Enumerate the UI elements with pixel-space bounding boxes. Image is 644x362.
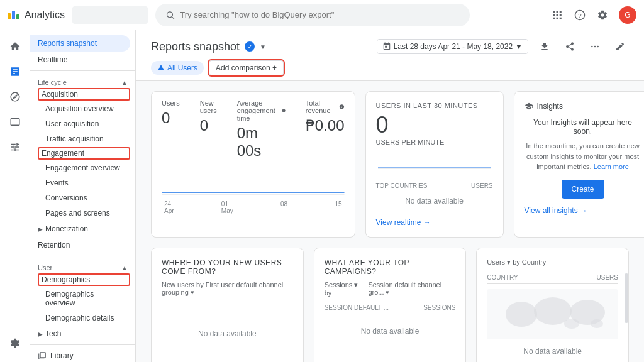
svg-rect-3	[557, 11, 558, 13]
topbar: Analytics ? G	[0, 0, 644, 30]
realtime-value: 0	[376, 112, 493, 138]
user-collapse-icon: ▲	[121, 265, 128, 272]
view-realtime-link[interactable]: View realtime →	[376, 218, 493, 227]
nav-home-icon[interactable]	[4, 35, 26, 58]
nav-advertising-icon[interactable]	[4, 111, 26, 133]
nav-reports-icon[interactable]	[4, 60, 26, 83]
search-input[interactable]	[180, 10, 460, 19]
sidebar-item-tech[interactable]: ▶ Tech	[30, 326, 135, 342]
campaigns-no-data: No data available	[325, 319, 456, 343]
campaigns-sub: Sessions ▾ by Session default channel gr…	[325, 281, 456, 297]
country-sub: Users ▾ by Country	[487, 258, 618, 266]
more-icon[interactable]	[586, 38, 604, 55]
sidebar-item-retention[interactable]: Retention	[30, 237, 130, 253]
insights-icon	[525, 102, 533, 111]
avatar[interactable]: G	[619, 6, 636, 24]
export-icon[interactable]	[536, 38, 553, 55]
campaigns-title: WHAT ARE YOUR TOP CAMPAIGNS?	[325, 258, 456, 276]
info-icon-engagement	[282, 107, 286, 114]
sidebar-item-events[interactable]: Events	[30, 175, 130, 190]
all-users-chip[interactable]: All Users	[151, 61, 204, 75]
sidebar-item-demographics-overview[interactable]: Demographics overview	[30, 287, 130, 310]
sidebar-item-conversions[interactable]: Conversions	[30, 190, 130, 206]
nav-settings-icon[interactable]	[4, 332, 26, 354]
sidebar-item-engagement-overview[interactable]: Engagement overview	[30, 160, 130, 175]
sidebar-item-acquisition-overview[interactable]: Acquisition overview	[30, 101, 130, 116]
sidebar-item-monetization[interactable]: ▶ Monetization	[30, 221, 135, 237]
nav-configure-icon[interactable]	[4, 136, 26, 158]
svg-rect-8	[553, 17, 555, 19]
scrollbar-indicator[interactable]	[625, 273, 628, 324]
insights-learn-more-link[interactable]: Learn more	[594, 163, 629, 170]
search-bar[interactable]	[155, 4, 470, 26]
svg-point-19	[506, 302, 537, 327]
share-icon[interactable]	[561, 38, 579, 55]
sidebar-section-user[interactable]: User ▲	[30, 259, 135, 273]
chart-x-labels: 24Apr 01May 08 15	[162, 200, 345, 214]
sidebar-item-demographic-details[interactable]: Demographic details	[30, 310, 130, 326]
chart-label-2: 01May	[221, 200, 233, 214]
chart-label-3: 08	[280, 200, 287, 214]
users-chip-icon	[157, 64, 165, 72]
metric-users: Users 0	[162, 99, 180, 160]
new-users-card: WHERE DO YOUR NEW USERS COME FROM? New u…	[151, 248, 304, 362]
users-value: 0	[162, 109, 180, 127]
logo-bar-3	[16, 14, 19, 19]
page-header: Reports snapshot ✓ ▼ Last 28 days Apr 21…	[136, 30, 644, 81]
sidebar-section-lifecycle[interactable]: Life cycle ▲	[30, 74, 135, 87]
date-range-selector[interactable]: Last 28 days Apr 21 - May 18, 2022 ▼	[377, 39, 528, 54]
date-range-dropdown-icon: ▼	[515, 42, 523, 51]
svg-point-22	[564, 319, 579, 329]
help-icon[interactable]: ?	[574, 9, 586, 21]
nav-explore-icon[interactable]	[4, 85, 26, 108]
sidebar-item-user-acquisition[interactable]: User acquisition	[30, 116, 130, 131]
sidebar-item-traffic-acquisition[interactable]: Traffic acquisition	[30, 131, 130, 146]
revenue-label: Total revenue	[306, 99, 345, 114]
realtime-countries-header: TOP COUNTRIES USERS	[376, 182, 493, 189]
account-selector[interactable]	[72, 6, 148, 24]
edit-icon[interactable]	[611, 38, 629, 55]
new-users-sub: New users by First user default channel …	[162, 281, 293, 297]
apps-icon[interactable]	[551, 9, 564, 21]
create-button[interactable]: Create	[562, 180, 604, 199]
realtime-card: USERS IN LAST 30 MINUTES 0 USERS PER MIN…	[365, 91, 504, 238]
world-map	[487, 289, 618, 339]
logo-icon	[8, 11, 19, 19]
engagement-value: 0m 00s	[237, 124, 286, 160]
main-content: Reports snapshot ✓ ▼ Last 28 days Apr 21…	[136, 30, 644, 362]
metrics-section: Users 0 New users 0 Average engagement t…	[136, 81, 644, 248]
metric-revenue: Total revenue ₱0.00	[306, 99, 345, 160]
users-label: Users	[162, 99, 180, 107]
sidebar-item-reports-snapshot[interactable]: Reports snapshot	[30, 35, 130, 52]
settings-icon[interactable]	[596, 9, 609, 21]
realtime-no-data: No data available	[376, 189, 493, 213]
svg-rect-7	[560, 14, 562, 16]
nav-icons-bottom	[4, 332, 26, 362]
page-title-actions: Last 28 days Apr 21 - May 18, 2022 ▼	[377, 38, 629, 55]
metrics-card: Users 0 New users 0 Average engagement t…	[151, 91, 355, 238]
logo: Analytics	[8, 9, 65, 21]
realtime-chart	[376, 151, 493, 170]
insights-sub-text: In the meantime, you can create new cust…	[525, 141, 641, 172]
add-comparison-button[interactable]: Add comparison +	[209, 60, 284, 75]
sidebar-item-pages-and-screens[interactable]: Pages and screens	[30, 206, 130, 221]
svg-point-14	[594, 46, 596, 48]
users-by-country-card: Users ▾ by Country COUNTRY USERS	[476, 248, 629, 362]
bottom-section: WHERE DO YOUR NEW USERS COME FROM? New u…	[136, 248, 644, 362]
svg-point-15	[597, 46, 599, 48]
realtime-subtitle: USERS PER MINUTE	[376, 138, 493, 146]
chart-label-1: 24Apr	[164, 200, 174, 214]
library-icon	[38, 351, 47, 360]
topbar-actions: ? G	[551, 6, 636, 24]
sidebar-acquisition-box[interactable]: Acquisition	[38, 88, 130, 101]
sidebar-item-realtime[interactable]: Realtime	[30, 52, 130, 68]
view-all-insights-link[interactable]: View all insights →	[525, 206, 641, 215]
svg-point-13	[591, 46, 593, 48]
calendar-icon	[382, 42, 391, 51]
sidebar-engagement-box[interactable]: Engagement	[38, 147, 130, 160]
svg-rect-10	[560, 17, 562, 19]
nav-icons	[0, 30, 30, 362]
title-dropdown-icon[interactable]: ▼	[260, 43, 266, 50]
sidebar-demographics-box[interactable]: Demographics	[38, 273, 130, 286]
sidebar-item-library[interactable]: Library	[30, 348, 130, 362]
